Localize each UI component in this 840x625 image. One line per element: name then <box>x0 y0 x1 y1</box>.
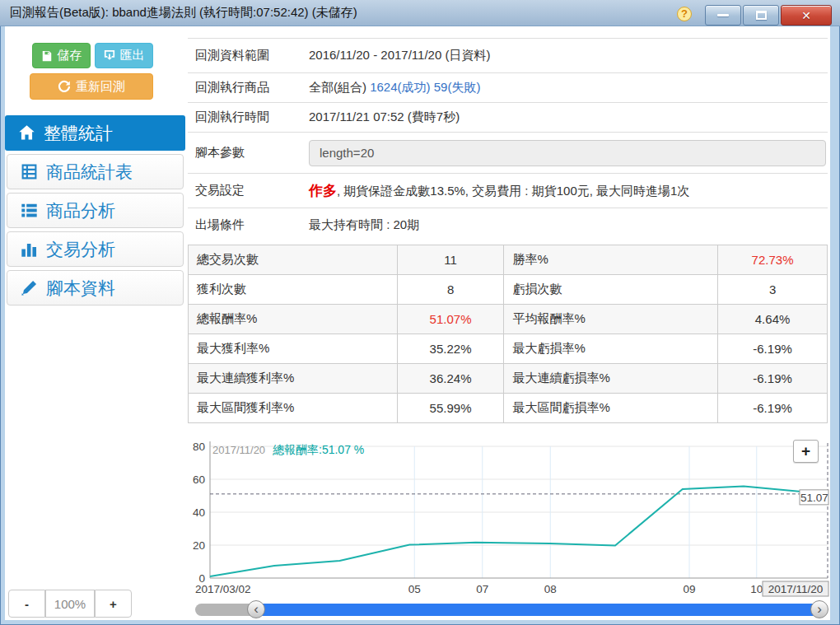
svg-text:08: 08 <box>544 583 557 595</box>
save-button[interactable]: 儲存 <box>32 43 91 68</box>
info-row-products: 回測執行商品 全部(組合) 1624(成功) 59(失敗) <box>188 73 828 103</box>
scrollbar-left-handle[interactable]: ‹ <box>247 600 265 618</box>
stat-label: 最大連續虧損率% <box>504 364 718 394</box>
stat-value: 3 <box>718 275 828 305</box>
sidebar-item-trade-analysis[interactable]: 交易分析 <box>7 231 184 267</box>
list-icon <box>21 202 38 219</box>
sidebar-item-label: 商品統計表 <box>46 161 133 184</box>
table-row: 總交易次數 11 勝率% 72.73% <box>189 245 828 275</box>
info-row-trade-settings: 交易設定 作多, 期貨保證金成數13.5%, 交易費用 : 期貨100元, 最大… <box>188 174 828 208</box>
zoom-out-button[interactable]: - <box>8 590 45 618</box>
info-row-exit-condition: 出場條件 最大持有時間 : 20期 <box>188 208 828 241</box>
svg-text:09: 09 <box>683 583 695 595</box>
info-section: 回測資料範圍 2016/11/20 - 2017/11/20 (日資料) 回測執… <box>188 38 828 241</box>
svg-text:20: 20 <box>193 539 205 552</box>
chevron-left-icon: ‹ <box>254 601 259 618</box>
minimize-button[interactable] <box>705 5 741 26</box>
info-value: 2017/11/21 07:52 (費時7秒) <box>309 110 460 125</box>
info-label: 回測資料範圍 <box>188 48 309 63</box>
stat-label: 總報酬率% <box>189 305 398 334</box>
stat-value: -6.19% <box>718 364 828 394</box>
chart-scrollbar[interactable]: ‹ › <box>195 602 826 618</box>
pencil-icon <box>21 279 38 296</box>
stats-table: 總交易次數 11 勝率% 72.73% 獲利次數 8 虧損次數 3 總報酬率% … <box>188 245 828 423</box>
info-value: 2016/11/20 - 2017/11/20 (日資料) <box>309 48 490 63</box>
info-label: 回測執行商品 <box>188 80 309 96</box>
sidebar-item-product-stats-table[interactable]: 商品統計表 <box>7 154 184 189</box>
stat-label: 總交易次數 <box>189 245 398 275</box>
table-row: 總報酬率% 51.07% 平均報酬率% 4.64% <box>189 305 828 334</box>
maximize-icon <box>756 11 767 20</box>
svg-text:總報酬率:51.07 %: 總報酬率:51.07 % <box>273 443 364 456</box>
stat-value: 36.24% <box>397 364 504 394</box>
script-param-input[interactable] <box>309 140 826 166</box>
table-row: 最大區間獲利率% 55.99% 最大區間虧損率% -6.19% <box>189 394 828 423</box>
success-fail-link[interactable]: 1624(成功) 59(失敗) <box>370 80 480 94</box>
stat-value: 55.99% <box>397 394 504 423</box>
close-button[interactable]: ✕ <box>781 5 832 26</box>
scrollbar-range[interactable] <box>255 604 826 616</box>
info-label: 出場條件 <box>188 217 309 233</box>
svg-text:2017/11/20: 2017/11/20 <box>212 444 265 456</box>
stat-value: -6.19% <box>718 334 828 364</box>
stat-label: 最大區間虧損率% <box>504 394 718 423</box>
main-content: 回測資料範圍 2016/11/20 - 2017/11/20 (日資料) 回測執… <box>185 26 830 620</box>
stat-label: 勝率% <box>504 245 718 275</box>
chart-zoom-in-button[interactable]: + <box>793 440 819 463</box>
table-row: 獲利次數 8 虧損次數 3 <box>189 275 828 305</box>
svg-text:07: 07 <box>476 583 488 595</box>
info-row-exec-time: 回測執行時間 2017/11/21 07:52 (費時7秒) <box>188 103 828 133</box>
table-icon <box>21 163 38 180</box>
direction-long: 作多 <box>309 183 337 198</box>
sidebar-item-label: 交易分析 <box>46 238 115 261</box>
rerun-label: 重新回測 <box>76 79 125 95</box>
info-row-data-range: 回測資料範圍 2016/11/20 - 2017/11/20 (日資料) <box>188 39 828 73</box>
stat-label: 最大區間獲利率% <box>189 394 398 423</box>
chart-canvas: 0204060802017/03/02050708091051.072017/1… <box>188 435 830 598</box>
bar-chart-icon <box>21 240 38 258</box>
info-value: 作多, 期貨保證金成數13.5%, 交易費用 : 期貨100元, 最大同時進場1… <box>309 181 689 200</box>
help-icon[interactable]: ? <box>677 7 692 21</box>
export-button[interactable]: 匯出 <box>95 43 153 68</box>
stat-value: -6.19% <box>718 394 828 423</box>
stat-label: 平均報酬率% <box>504 305 718 334</box>
sidebar-item-label: 商品分析 <box>46 199 115 222</box>
stat-label: 獲利次數 <box>189 275 398 305</box>
sidebar-item-label: 整體統計 <box>44 122 113 145</box>
stat-label: 最大虧損率% <box>504 334 718 364</box>
scrollbar-right-handle[interactable]: › <box>810 600 828 618</box>
zoom-control: - 100% + <box>8 590 132 618</box>
info-row-script-params: 腳本參數 <box>188 133 828 174</box>
sidebar-item-script-data[interactable]: 腳本資料 <box>7 270 184 306</box>
window-title: 回測報告(Beta版): bband進場法則 (執行時間:07:52:42) (… <box>10 5 357 21</box>
export-icon <box>104 50 115 62</box>
chevron-right-icon: › <box>817 601 822 618</box>
close-icon: ✕ <box>801 9 811 22</box>
stat-value: 8 <box>397 275 504 305</box>
stat-label: 最大獲利率% <box>189 334 398 364</box>
info-value: 最大持有時間 : 20期 <box>309 217 419 233</box>
rerun-backtest-button[interactable]: 重新回測 <box>30 73 153 100</box>
export-label: 匯出 <box>120 48 145 63</box>
maximize-button[interactable] <box>743 5 779 26</box>
home-icon <box>18 124 35 142</box>
svg-text:60: 60 <box>193 473 205 486</box>
stat-value: 72.73% <box>718 245 828 275</box>
window-body: 儲存 匯出 重新回測 整體統計 商品統計表 商品分析 <box>5 26 830 620</box>
svg-text:2017/11/20: 2017/11/20 <box>768 583 824 595</box>
stat-value: 35.22% <box>397 334 504 364</box>
zoom-in-button[interactable]: + <box>95 590 132 618</box>
stat-value: 11 <box>397 245 504 275</box>
sidebar-item-product-analysis[interactable]: 商品分析 <box>7 193 184 228</box>
info-value: 全部(組合) 1624(成功) 59(失敗) <box>309 80 480 96</box>
svg-text:40: 40 <box>193 506 205 519</box>
svg-text:2017/03/02: 2017/03/02 <box>195 583 251 595</box>
sidebar-item-overall-stats[interactable]: 整體統計 <box>5 115 185 151</box>
minimize-icon <box>717 14 729 16</box>
save-label: 儲存 <box>58 48 82 63</box>
zoom-level: 100% <box>45 590 95 618</box>
info-label: 回測執行時間 <box>188 110 309 125</box>
sidebar-item-label: 腳本資料 <box>46 277 115 300</box>
info-label: 腳本參數 <box>188 145 309 161</box>
stat-value: 4.64% <box>718 305 828 334</box>
